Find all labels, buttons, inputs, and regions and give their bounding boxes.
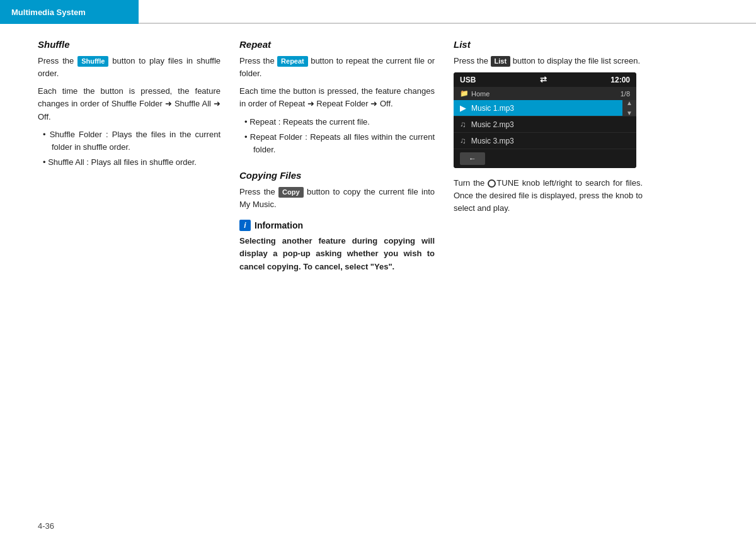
usb-bottom-bar: ← [454, 149, 636, 168]
file-name-2: Music 2.mp3 [471, 120, 514, 129]
list-heading: List [454, 39, 643, 50]
list-para2: Turn the TUNE knob left/right to search … [454, 177, 643, 215]
usb-label: USB [460, 76, 476, 84]
copy-button-inline: Copy [278, 187, 304, 198]
usb-folder-icon: 📁 [460, 89, 469, 98]
copying-files-heading: Copying Files [239, 170, 435, 181]
usb-screen: USB ⇄ 12:00 📁 Home 1/8 ▶ Music 1.mp3 ▲ [454, 72, 636, 168]
shuffle-para1: Press the Shuffle button to play files i… [38, 55, 220, 80]
usb-nav-folder: Home [471, 90, 490, 98]
repeat-para1: Press the Repeat button to repeat the cu… [239, 55, 435, 80]
play-icon: ▶ [460, 103, 466, 113]
repeat-section: Repeat Press the Repeat button to repeat… [239, 39, 454, 273]
repeat-bullet-1: • Repeat : Repeats the current file. [244, 116, 435, 128]
back-button[interactable]: ← [460, 152, 485, 165]
file-item-3[interactable]: ♫ Music 3.mp3 [454, 133, 636, 149]
list-para1: Press the List button to display the fil… [454, 55, 643, 67]
info-text: Selecting another feature during copying… [239, 235, 435, 273]
list-section: List Press the List button to display th… [454, 39, 643, 273]
repeat-para2: Each time the button is pressed, the fea… [239, 85, 435, 110]
shuffle-bullets: • Shuffle Folder : Plays the files in th… [43, 128, 220, 169]
scroll-bar[interactable]: ▲ ▼ [622, 100, 636, 116]
information-box: i Information Selecting another feature … [239, 220, 435, 273]
shuffle-para2: Each time the button is pressed, the fea… [38, 85, 220, 123]
usb-transfer-icon: ⇄ [540, 75, 547, 84]
usb-time: 12:00 [610, 76, 630, 84]
shuffle-section: Shuffle Press the Shuffle button to play… [38, 39, 239, 273]
header-title: Multimedia System [0, 0, 139, 24]
header-divider [139, 23, 756, 24]
file-list: ▶ Music 1.mp3 ▲ ▼ ♫ Music 2.mp3 ♫ Music … [454, 100, 636, 149]
tune-knob-icon [488, 179, 496, 188]
repeat-bullet-2: • Repeat Folder : Repeats all files with… [244, 131, 435, 156]
file-item-1[interactable]: ▶ Music 1.mp3 ▲ ▼ [454, 100, 636, 116]
shuffle-heading: Shuffle [38, 39, 220, 50]
shuffle-bullet-2: • Shuffle All : Plays all files in shuff… [43, 156, 220, 169]
info-heading: i Information [239, 220, 435, 231]
file-name-3: Music 3.mp3 [471, 137, 514, 145]
usb-nav: 📁 Home 1/8 [454, 87, 636, 100]
page-header: Multimedia System [0, 0, 756, 24]
file-item-2[interactable]: ♫ Music 2.mp3 [454, 116, 636, 133]
info-heading-text: Information [255, 220, 303, 230]
music-icon-2: ♫ [460, 120, 466, 129]
main-content: Shuffle Press the Shuffle button to play… [0, 24, 756, 286]
repeat-bullets: • Repeat : Repeats the current file. • R… [244, 116, 435, 156]
page-number: 4-36 [38, 521, 54, 531]
list-button-inline: List [491, 56, 511, 67]
usb-icons: ⇄ [540, 75, 547, 84]
scroll-up-button[interactable]: ▲ [626, 98, 633, 108]
repeat-heading: Repeat [239, 39, 435, 50]
shuffle-bullet-1: • Shuffle Folder : Plays the files in th… [43, 128, 220, 154]
usb-nav-count: 1/8 [621, 90, 630, 98]
usb-topbar: USB ⇄ 12:00 [454, 72, 636, 87]
info-icon: i [239, 220, 251, 231]
repeat-button-inline: Repeat [277, 56, 308, 67]
page-footer: 4-36 [38, 521, 54, 531]
music-icon-3: ♫ [460, 136, 466, 145]
copying-files-para: Press the Copy button to copy the curren… [239, 186, 435, 211]
shuffle-button-inline: Shuffle [77, 56, 108, 67]
file-name-1: Music 1.mp3 [471, 104, 514, 113]
